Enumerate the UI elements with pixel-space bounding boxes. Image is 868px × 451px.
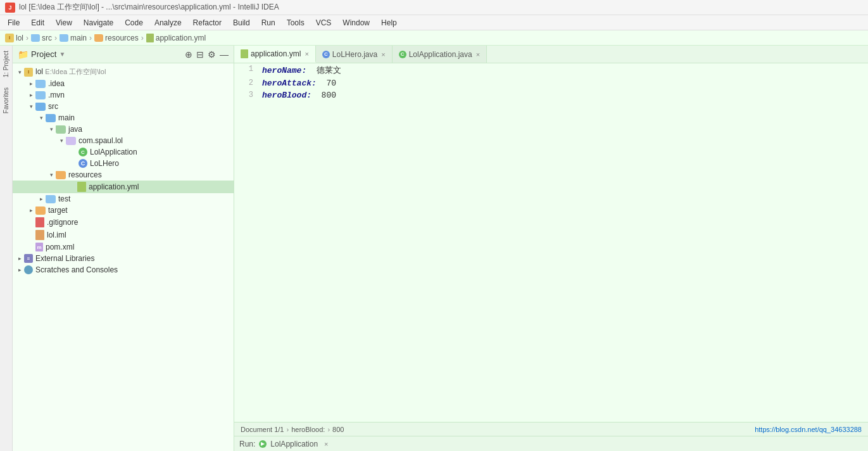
menu-item-edit[interactable]: Edit	[26, 17, 49, 29]
code-line-3: 3 heroBlood: 800	[234, 89, 868, 101]
tree-label-gitignore: .gitignore	[47, 218, 78, 227]
project-collapse-btn[interactable]: ⊟	[196, 49, 204, 60]
folder-icon-package	[66, 137, 76, 145]
breadcrumb-src[interactable]: src	[31, 34, 52, 42]
tree-label-test: test	[58, 194, 70, 203]
tree-item-target[interactable]: ▸ target	[13, 205, 234, 216]
tab-lolhero-close[interactable]: ×	[381, 51, 385, 58]
folder-icon-target	[35, 206, 46, 215]
tab-lolapp-close[interactable]: ×	[476, 51, 480, 58]
line-number-2: 2	[234, 77, 260, 89]
code-lines: 1 heroName: 德莱文 2 heroAttack: 70 3 heroB…	[234, 63, 868, 101]
breadcrumb-file[interactable]: application.yml	[146, 34, 206, 42]
tree-label-java: java	[68, 125, 82, 134]
menu-item-code[interactable]: Code	[120, 17, 148, 29]
project-dropdown-icon[interactable]: ▼	[59, 51, 65, 58]
code-editor[interactable]: 1 heroName: 德莱文 2 heroAttack: 70 3 heroB…	[234, 63, 868, 422]
ext-lib-icon: ≡	[24, 254, 33, 263]
tree-label-pom: pom.xml	[46, 243, 74, 251]
tree-item-main[interactable]: ▾ main	[13, 112, 234, 124]
status-link[interactable]: https://blog.csdn.net/qq_34633288	[755, 426, 862, 433]
tree-item-lolhero[interactable]: ▸ C LoLHero	[13, 158, 234, 169]
menu-item-vcs[interactable]: VCS	[311, 17, 337, 29]
tree-item-package[interactable]: ▾ com.spaul.lol	[13, 135, 234, 146]
status-heroBlood: heroBlood:	[291, 426, 325, 433]
menu-item-file[interactable]: File	[3, 17, 25, 29]
breadcrumb-sep-2: ›	[54, 34, 57, 42]
folder-icon-main	[60, 34, 68, 42]
tab-lolhero-label: LoLHero.java	[332, 50, 377, 59]
tree-item-resources[interactable]: ▾ resources	[13, 169, 234, 181]
project-settings-btn[interactable]: ⚙	[208, 49, 216, 60]
folder-icon-main	[46, 114, 56, 122]
run-label: Run:	[239, 440, 255, 448]
tree-item-gitignore[interactable]: ▸ .gitignore	[13, 216, 234, 229]
tab-yml-icon	[241, 49, 248, 58]
menu-item-navigate[interactable]: Navigate	[79, 17, 118, 29]
tree-item-test[interactable]: ▸ test	[13, 193, 234, 205]
project-folder-icon: 📁	[18, 49, 28, 60]
menu-item-analyze[interactable]: Analyze	[149, 17, 187, 29]
lol-icon: l	[5, 34, 14, 42]
main-layout: 1: Project Favorites 📁 Project ▼ ⊕ ⊟ ⚙ —…	[0, 46, 868, 451]
tab-yml-label: application.yml	[251, 49, 301, 58]
tree-label-lolapp: LolApplication	[90, 148, 137, 156]
status-arrow-2: ›	[327, 426, 330, 433]
tree-item-idea[interactable]: ▸ .idea	[13, 78, 234, 89]
sidebar-project-tab[interactable]: 1: Project	[1, 46, 11, 82]
folder-icon-mvn	[35, 91, 46, 99]
project-hide-btn[interactable]: —	[220, 49, 229, 60]
menu-item-help[interactable]: Help	[376, 17, 402, 29]
run-bar: Run: ▶ LolApplication ×	[234, 436, 868, 451]
tree-label-ext-libs: External Libraries	[35, 254, 94, 263]
breadcrumb-sep-1: ›	[26, 34, 28, 42]
arrow-test: ▸	[37, 194, 46, 203]
tree-item-lol-iml[interactable]: ▸ lol.iml	[13, 229, 234, 241]
tree-label-application-yml: application.yml	[89, 182, 139, 191]
arrow-scratches: ▸	[15, 265, 24, 274]
status-value: 800	[332, 426, 344, 433]
line-content-1: heroName: 德莱文	[260, 63, 868, 77]
breadcrumb-lol[interactable]: l lol	[5, 34, 23, 42]
tree-item-java[interactable]: ▾ java	[13, 124, 234, 135]
tree-item-application-yml[interactable]: ▸ application.yml	[13, 181, 234, 193]
menu-item-view[interactable]: View	[51, 17, 77, 29]
breadcrumb-main[interactable]: main	[60, 34, 87, 42]
tab-application-yml[interactable]: application.yml ×	[234, 46, 316, 63]
menu-item-tools[interactable]: Tools	[282, 17, 310, 29]
arrow-resources: ▾	[47, 170, 56, 179]
tab-lolhero[interactable]: C LoLHero.java ×	[316, 46, 393, 63]
tab-yml-close[interactable]: ×	[305, 50, 308, 58]
tree-label-package: com.spaul.lol	[79, 136, 123, 145]
run-close-btn[interactable]: ×	[324, 440, 328, 448]
tree-label-scratches: Scratches and Consoles	[35, 265, 118, 274]
sidebar-favorites-tab[interactable]: Favorites	[1, 82, 11, 118]
tree-item-pom[interactable]: ▸ m pom.xml	[13, 241, 234, 253]
project-header-actions: ⊕ ⊟ ⚙ —	[185, 49, 229, 60]
project-header-title: 📁 Project ▼	[18, 49, 65, 60]
tree-item-lolapp[interactable]: ▸ C LolApplication	[13, 146, 234, 158]
folder-icon-test	[46, 195, 56, 203]
tree-item-scratches[interactable]: ▸ Scratches and Consoles	[13, 264, 234, 276]
tree-item-mvn[interactable]: ▸ .mvn	[13, 89, 234, 101]
file-icon-yml	[146, 34, 154, 42]
breadcrumb-resources[interactable]: resources	[94, 34, 139, 42]
arrow-ext-libs: ▸	[15, 254, 24, 263]
menu-item-run[interactable]: Run	[256, 17, 280, 29]
tab-lolapp-icon: C	[399, 51, 406, 58]
tree-item-lol-root[interactable]: ▾ l lol E:\Idea 工作空间\lol	[13, 66, 234, 78]
tree-label-mvn: .mvn	[48, 91, 65, 99]
tree-item-src[interactable]: ▾ src	[13, 101, 234, 112]
breadcrumb-sep-3: ›	[89, 34, 92, 42]
folder-icon-java	[56, 125, 66, 134]
project-add-btn[interactable]: ⊕	[185, 49, 192, 60]
tab-lolapp-label: LolApplication.java	[409, 50, 472, 59]
breadcrumb-sep-4: ›	[141, 34, 144, 42]
menu-item-refactor[interactable]: Refactor	[188, 17, 227, 29]
tree-item-ext-libs[interactable]: ▸ ≡ External Libraries	[13, 253, 234, 264]
tree-label-lol-iml: lol.iml	[47, 231, 66, 239]
tab-lolapp[interactable]: C LolApplication.java ×	[393, 46, 487, 63]
app-icon: J	[5, 3, 15, 13]
menu-item-build[interactable]: Build	[228, 17, 255, 29]
menu-item-window[interactable]: Window	[337, 17, 375, 29]
